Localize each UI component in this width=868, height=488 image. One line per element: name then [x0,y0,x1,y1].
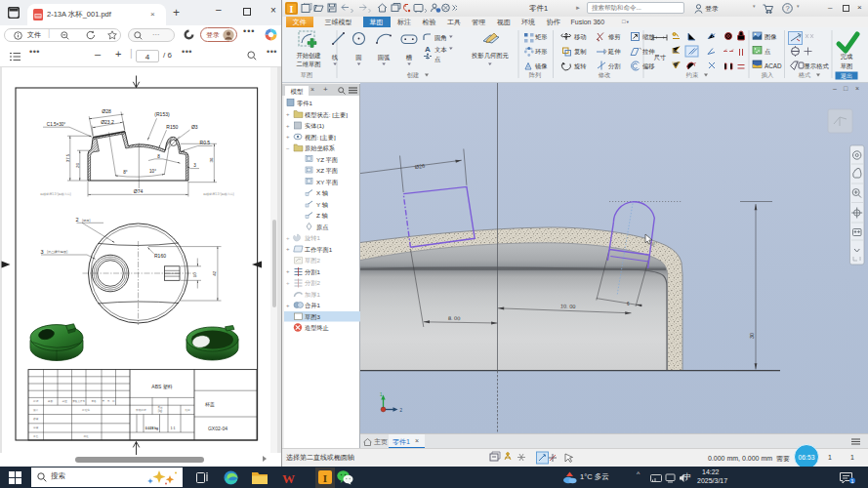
svg-text:X 轴: X 轴 [316,189,328,197]
svg-text:30: 30 [749,333,755,339]
svg-text:分割2: 分割2 [305,279,320,287]
svg-text:延伸: 延伸 [607,48,621,55]
svg-text:3: 3 [41,249,44,255]
svg-text:原始坐标系: 原始坐标系 [305,144,336,152]
svg-text:Ø74: Ø74 [134,188,144,194]
svg-text:拉伸: 拉伸 [642,48,655,55]
svg-text:草图: 草图 [841,62,853,70]
svg-text:YZ 平面: YZ 平面 [316,156,338,164]
svg-text:创建: 创建 [407,71,419,79]
svg-text:圆角: 圆角 [434,34,447,42]
svg-text:0.028 kg: 0.028 kg [145,427,158,430]
svg-text:完成: 完成 [841,53,853,61]
svg-text:(R153): (R153) [154,111,170,117]
svg-text:+: + [286,111,290,117]
svg-text:圆: 圆 [355,54,361,61]
svg-text:A: A [425,45,431,54]
svg-text:(kg): (kg) [158,409,163,413]
svg-text:(壁厚): (壁厚) [82,219,91,223]
svg-text:GX02-04: GX02-04 [208,426,227,431]
svg-text:37.5: 37.5 [65,153,70,162]
svg-text://: // [651,241,655,247]
svg-text:阶段标记: 阶段标记 [136,408,146,412]
svg-text:点: 点 [765,48,770,56]
svg-text:XY 平面: XY 平面 [316,179,338,186]
svg-text:质量: 质量 [157,405,163,409]
svg-text:造型终止: 造型终止 [305,324,329,331]
svg-text:ACAD: ACAD [765,62,782,69]
svg-text:处数: 处数 [48,399,54,403]
svg-text:脱模斜度1.5°(脱模方向): 脱模斜度1.5°(脱模方向) [40,192,70,196]
svg-text:1:1: 1:1 [171,427,176,430]
svg-text:移动: 移动 [574,33,587,41]
svg-text:约束: 约束 [686,71,699,79]
svg-text:插入: 插入 [762,71,773,79]
svg-text:−: − [286,145,290,151]
svg-text:+: + [286,134,290,140]
svg-text:设计: 设计 [33,408,39,412]
svg-text:环形: 环形 [535,48,548,55]
svg-text:退出: 退出 [841,72,852,79]
svg-text:26: 26 [75,163,80,168]
svg-text:实体(1): 实体(1) [305,122,324,129]
svg-text:XZ 平面: XZ 平面 [316,167,338,175]
svg-text:草图: 草图 [301,71,312,79]
svg-text:点: 点 [434,56,440,63]
svg-text:草图2: 草图2 [305,257,320,264]
svg-text:脱模斜度1.5°(脱模方向): 脱模斜度1.5°(脱模方向) [203,192,233,196]
svg-text:模型状态: [主要]: 模型状态: [主要] [305,111,348,119]
svg-text:分割: 分割 [608,62,621,70]
svg-text:10: 10 [192,272,197,277]
svg-text:视图: [主要]: 视图: [主要] [305,134,336,142]
svg-text:阵列: 阵列 [529,71,541,78]
svg-text:8. 00: 8. 00 [448,315,460,321]
svg-text:分区: 分区 [62,399,68,403]
svg-text:旋转1: 旋转1 [305,234,320,242]
svg-text:标记: 标记 [32,399,39,403]
svg-text:工艺: 工艺 [33,434,39,438]
svg-text:×: × [855,85,859,92]
svg-text:36: 36 [209,157,214,162]
svg-text:审核: 审核 [33,426,39,429]
svg-text:杯盖: 杯盖 [204,401,215,407]
svg-text:校核: 校核 [32,417,39,421]
svg-text:线: 线 [332,54,339,61]
svg-text:(外凸缘分型面): (外凸缘分型面) [47,250,67,254]
svg-text:批准: 批准 [83,434,89,438]
svg-text:+: + [286,246,290,252]
svg-text:文本: 文本 [434,46,447,53]
svg-text:+: + [286,280,290,286]
svg-text:+: + [286,303,290,308]
svg-text:工作平面1: 工作平面1 [304,246,333,254]
svg-text:比例: 比例 [185,408,190,412]
svg-text:+: + [286,268,290,274]
svg-text:?: ? [785,4,789,13]
svg-text:8: 8 [157,154,160,159]
svg-text:8°: 8° [123,170,128,175]
svg-text:更改文件号: 更改文件号 [72,399,85,403]
svg-text:R150: R150 [166,124,178,130]
svg-text:10°: 10° [149,169,156,174]
svg-text:开始创建: 开始创建 [296,52,320,60]
svg-text:C1.5×30°: C1.5×30° [47,122,65,127]
svg-text:零件1: 零件1 [297,100,312,106]
svg-text:Ø3: Ø3 [191,124,198,130]
svg-text:修剪: 修剪 [608,33,621,41]
svg-text:矩形: 矩形 [535,33,548,40]
svg-text:R0.5: R0.5 [200,140,211,145]
svg-text:+: + [286,123,290,129]
svg-text:加厚1: 加厚1 [305,291,320,298]
svg-text:圆弧: 圆弧 [378,54,391,61]
svg-text:复制: 复制 [574,48,587,56]
svg-text:分割1: 分割1 [305,268,320,276]
svg-text:签名: 签名 [91,399,97,403]
svg-text:修改: 修改 [599,71,610,79]
svg-text:Y 轴: Y 轴 [316,201,328,209]
svg-text:+: + [286,235,290,241]
svg-text:原点: 原点 [316,224,328,231]
svg-text:标准化: 标准化 [81,408,90,412]
svg-text:3: 3 [193,163,196,168]
svg-text:投影几何图元: 投影几何图元 [471,52,509,60]
svg-text:显示格式: 显示格式 [805,62,830,70]
svg-text:二维草图: 二维草图 [296,61,320,68]
